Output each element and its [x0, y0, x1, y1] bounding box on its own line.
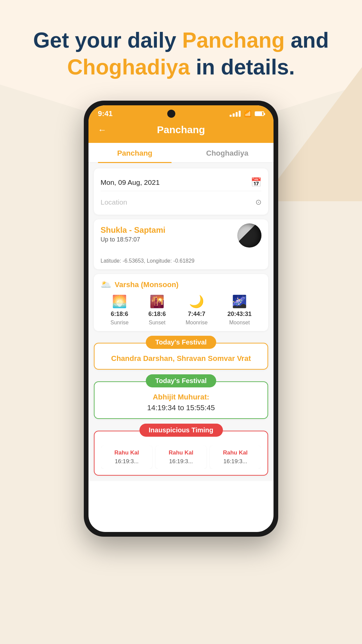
- rahu-col-3: Rahu Kal 16:19:3...: [210, 445, 261, 469]
- status-time: 9:41: [98, 109, 113, 118]
- calendar-icon[interactable]: 📅: [251, 177, 261, 187]
- rahu-col-1: Rahu Kal 16:19:3...: [101, 445, 152, 469]
- status-bar: 9:41 📶: [88, 105, 274, 121]
- battery-icon: [255, 111, 264, 116]
- date-value: Mon, 09 Aug, 2021: [101, 178, 160, 186]
- battery-fill: [255, 112, 262, 115]
- status-icons: 📶: [230, 110, 264, 117]
- sunrise-value: 6:18:6: [111, 311, 128, 318]
- date-row: Mon, 09 Aug, 2021 📅: [101, 174, 261, 191]
- muhurat-time: 14:19:34 to 15:55:45: [101, 404, 261, 412]
- signal-bars: [230, 111, 241, 117]
- coordinates: Latitude: -6.53653, Longitude: -0.61829: [101, 258, 261, 264]
- rahu-time-3: 16:19:3...: [213, 458, 258, 465]
- festival-green-badge: Today's Festival: [146, 374, 216, 387]
- rahu-time-1: 16:19:3...: [104, 458, 149, 465]
- location-row: Location ⊙: [101, 195, 261, 209]
- bar4: [239, 111, 241, 117]
- bar2: [233, 113, 235, 117]
- tithi-card: Shukla - Saptami Up to 18:57:07 Latitude…: [94, 219, 268, 269]
- moonset-item: 🌌 20:43:31 Moonset: [227, 294, 251, 326]
- festival-orange-badge: Today's Festival: [146, 336, 216, 349]
- ritu-card: 🌥️ Varsha (Monsoon) 🌅 6:18:6 Sunrise 🌇 6…: [94, 274, 268, 331]
- moonrise-value: 7:44:7: [188, 311, 205, 318]
- wifi-icon: 📶: [244, 110, 251, 117]
- rahu-title-1: Rahu Kal: [104, 449, 149, 456]
- phone-device: 9:41 📶 ← Pancha: [84, 101, 278, 537]
- rain-cloud-icon: 🌥️: [101, 279, 111, 290]
- festival-orange-section: Today's Festival Chandra Darshan, Shrava…: [94, 336, 268, 370]
- bar1: [230, 115, 232, 117]
- sunset-icon: 🌇: [149, 294, 165, 309]
- bar3: [236, 112, 238, 117]
- inauspicious-card: Rahu Kal 16:19:3... Rahu Kal 16:19:3... …: [94, 431, 268, 476]
- festival-orange-name: Chandra Darshan, Shravan Somvar Vrat: [111, 354, 251, 363]
- sunset-value: 6:18:6: [148, 311, 166, 318]
- camera-notch: [167, 110, 175, 118]
- back-button[interactable]: ←: [98, 125, 107, 135]
- rahu-time-2: 16:19:3...: [158, 458, 204, 465]
- sunrise-item: 🌅 6:18:6 Sunrise: [110, 294, 128, 326]
- rahu-title-3: Rahu Kal: [213, 449, 258, 456]
- headline-text-1: Get your daily: [33, 28, 182, 52]
- inauspicious-section: Inauspicious Timing Rahu Kal 16:19:3... …: [94, 424, 268, 476]
- moonset-value: 20:43:31: [227, 311, 251, 318]
- phone-screen: 9:41 📶 ← Pancha: [88, 105, 274, 532]
- location-input[interactable]: Location: [101, 198, 127, 206]
- moonrise-icon: 🌙: [189, 294, 204, 309]
- sunset-item: 🌇 6:18:6 Sunset: [148, 294, 166, 326]
- moonrise-item: 🌙 7:44:7 Moonrise: [186, 294, 208, 326]
- headline-text-2: and: [285, 28, 329, 52]
- ritu-header: 🌥️ Varsha (Monsoon): [101, 279, 261, 290]
- sunrise-icon: 🌅: [112, 294, 127, 309]
- rahu-row: Rahu Kal 16:19:3... Rahu Kal 16:19:3... …: [101, 445, 261, 469]
- headline-choghadiya: Choghadiya: [67, 55, 190, 79]
- app-header: ← Panchang: [88, 121, 274, 143]
- muhurat-label: Abhijit Muhurat:: [101, 393, 261, 401]
- moon-phase-image: [237, 223, 261, 248]
- ritu-title: Varsha (Monsoon): [115, 280, 179, 289]
- sunrise-label: Sunrise: [110, 320, 128, 326]
- moonrise-label: Moonrise: [186, 320, 208, 326]
- location-target-icon[interactable]: ⊙: [255, 198, 261, 207]
- moonset-label: Moonset: [229, 320, 250, 326]
- rahu-col-2: Rahu Kal 16:19:3...: [156, 445, 206, 469]
- rahu-title-2: Rahu Kal: [158, 449, 204, 456]
- festival-green-section: Today's Festival Abhijit Muhurat: 14:19:…: [94, 374, 268, 419]
- sunset-label: Sunset: [149, 320, 166, 326]
- tabs-container: Panchang Choghadiya: [88, 143, 274, 163]
- headline: Get your daily Panchang and Choghadiya i…: [0, 0, 362, 94]
- inauspicious-badge: Inauspicious Timing: [139, 424, 223, 437]
- headline-text-3: in details.: [190, 55, 295, 79]
- date-location-card: Mon, 09 Aug, 2021 📅 Location ⊙: [94, 168, 268, 215]
- moonset-icon: 🌌: [232, 294, 247, 309]
- phone-wrapper: 9:41 📶 ← Pancha: [0, 101, 362, 537]
- headline-panchang: Panchang: [182, 28, 285, 52]
- app-title: Panchang: [157, 124, 205, 136]
- content-area: Mon, 09 Aug, 2021 📅 Location ⊙ Shukla - …: [88, 163, 274, 481]
- tab-choghadiya[interactable]: Choghadiya: [181, 143, 274, 162]
- tab-panchang[interactable]: Panchang: [88, 143, 181, 162]
- times-row: 🌅 6:18:6 Sunrise 🌇 6:18:6 Sunset 🌙 7:44:…: [101, 294, 261, 326]
